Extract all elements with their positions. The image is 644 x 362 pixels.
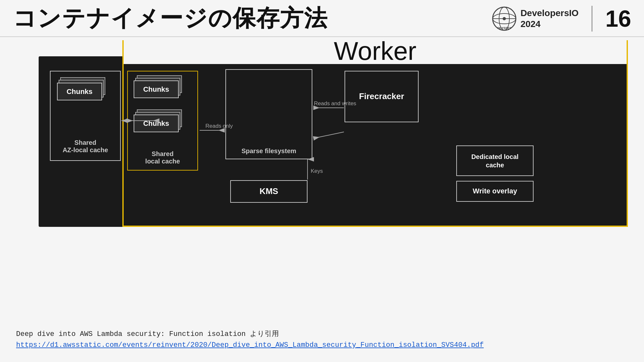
az-cache-label: SharedAZ-local cache bbox=[51, 139, 120, 154]
worker-label: Worker bbox=[124, 38, 627, 64]
shared-local-box: Chunks Chunks Sharedlocal cache bbox=[127, 71, 198, 171]
dedicated-cache-box: Dedicated localcache bbox=[456, 145, 534, 176]
slide-title: コンテナイメージの保存方法 bbox=[13, 3, 328, 34]
write-overlay-label: Write overlay bbox=[473, 187, 517, 196]
logo-area: ODYSSEY DevelopersIO 2024 bbox=[491, 6, 579, 32]
az-cache-box: Chunks SharedAZ-local cache bbox=[50, 71, 121, 161]
footer-link[interactable]: https://d1.awsstatic.com/events/reinvent… bbox=[16, 341, 484, 349]
write-overlay-box: Write overlay bbox=[456, 181, 534, 202]
sparse-fs-label: Sparse filesystem bbox=[226, 147, 312, 155]
kms-box: KMS bbox=[230, 180, 308, 203]
slide-number: 16 bbox=[605, 5, 631, 32]
shared-chunks-top-card: Chunks bbox=[134, 80, 179, 98]
az-chunks-card: Chunks bbox=[57, 83, 102, 100]
footer-citation: Deep dive into AWS Lambda security: Func… bbox=[16, 329, 628, 339]
slide: コンテナイメージの保存方法 ODYSSEY DevelopersIO 2024 bbox=[0, 0, 644, 362]
kms-label: KMS bbox=[260, 186, 278, 197]
svg-text:ODYSSEY: ODYSSEY bbox=[497, 26, 512, 30]
brand-text: DevelopersIO 2024 bbox=[520, 8, 579, 29]
shared-chunks-bottom-card: Chunks bbox=[134, 115, 179, 132]
dedicated-cache-label: Dedicated localcache bbox=[471, 153, 519, 169]
header-right: ODYSSEY DevelopersIO 2024 16 bbox=[491, 0, 631, 37]
sparse-filesystem-box: Dedicated localcache Write overlay Spars… bbox=[225, 69, 312, 159]
firecracker-box: Firecracker bbox=[345, 71, 419, 122]
footer: Deep dive into AWS Lambda security: Func… bbox=[16, 329, 628, 349]
firecracker-label: Firecracker bbox=[359, 91, 404, 102]
header: コンテナイメージの保存方法 ODYSSEY DevelopersIO 2024 bbox=[0, 0, 644, 37]
shared-local-label: Sharedlocal cache bbox=[128, 150, 197, 165]
worker-box: Worker bbox=[122, 40, 628, 227]
logo-icon: ODYSSEY bbox=[491, 6, 517, 32]
header-divider bbox=[592, 6, 592, 32]
